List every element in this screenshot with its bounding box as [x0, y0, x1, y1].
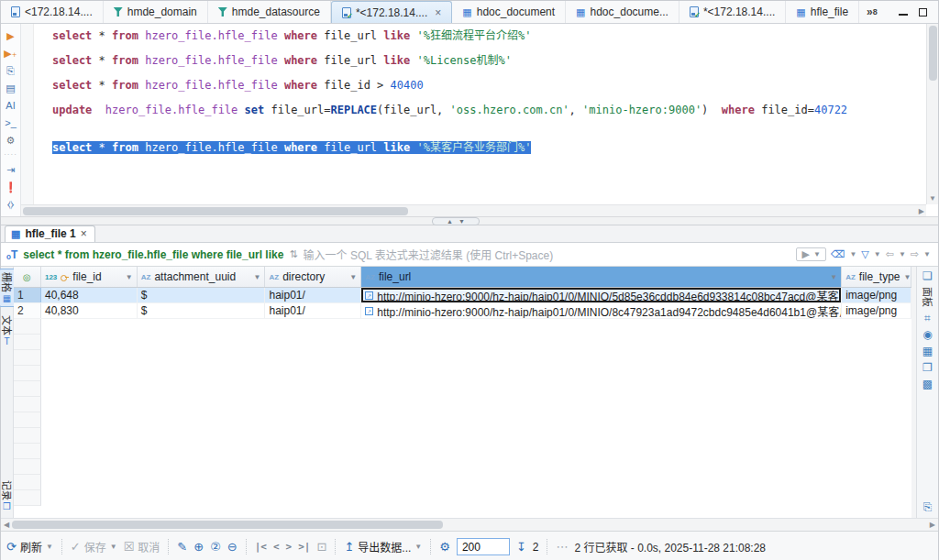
refresh-button[interactable]: ⟳ 刷新 ▼	[6, 539, 53, 555]
clear-filter-icon[interactable]: ⌫	[831, 249, 845, 259]
chevron-down-icon[interactable]: ▼	[813, 250, 821, 258]
tab-1721814[interactable]: *<172.18.14....	[679, 1, 786, 23]
results-tab-hfle-file[interactable]: ▦ hfle_file 1 ×	[5, 225, 95, 242]
history-forward-icon[interactable]: ⇨	[911, 249, 919, 259]
editor-results-splitter[interactable]: ▲▼	[1, 216, 938, 225]
editor-horizontal-scrollbar[interactable]: ▶	[21, 204, 926, 216]
explain-plan-icon[interactable]: ▤	[3, 81, 19, 95]
editor-settings-icon[interactable]: ⚙	[3, 133, 19, 148]
sort-dropdown-icon[interactable]: ▼	[349, 273, 357, 281]
cell-attachment_uuid[interactable]: $	[138, 303, 266, 318]
grid-horizontal-scrollbar[interactable]: ◀ ▶	[1, 518, 938, 531]
url-link-icon[interactable]: ↗	[365, 307, 373, 315]
column-header-file_id[interactable]: 123file_id▼	[41, 267, 138, 287]
next-row-button[interactable]: >	[286, 541, 293, 553]
presentation-tab-文本[interactable]: 文本T	[0, 313, 15, 349]
tab-1721814[interactable]: <172.18.14....	[1, 1, 104, 23]
minimize-icon[interactable]	[899, 8, 908, 16]
execute-sql-new-tab-icon[interactable]: ▶₊	[3, 46, 19, 60]
edit-cell-button[interactable]: ✎	[177, 541, 187, 553]
sort-dropdown-icon[interactable]: ▼	[254, 273, 261, 281]
presentation-tab-记录[interactable]: 记录❒	[0, 478, 15, 514]
sort-dropdown-icon[interactable]: ▼	[126, 273, 133, 281]
cell-directory[interactable]: haip01/	[265, 303, 361, 318]
ai-assistant-icon[interactable]: AI	[3, 98, 19, 113]
chevron-down-icon[interactable]: ▼	[923, 250, 931, 258]
collapse-down-icon[interactable]: ▼	[458, 218, 465, 225]
table-row[interactable]: 240,830$haip01/↗http://minio-hzero:9000/…	[14, 303, 911, 319]
close-icon[interactable]: ×	[81, 227, 87, 240]
execute-script-icon[interactable]: ⎘	[3, 63, 19, 78]
panel-grid-icon[interactable]: ❏	[922, 270, 933, 281]
scrollbar-thumb[interactable]	[12, 521, 443, 529]
cell-file_id[interactable]: 40,830	[41, 303, 138, 318]
editor-vertical-scrollbar[interactable]: ▼	[926, 24, 938, 204]
apply-filter-icon[interactable]: ▶	[801, 249, 809, 259]
filter-query-text[interactable]: select * from hzero_file.hfle_file where…	[23, 248, 283, 261]
column-header-file_type[interactable]: AZfile_type▼	[842, 267, 911, 287]
sql-editor-text[interactable]: select * from hzero_file.hfle_file where…	[34, 24, 938, 216]
value-viewer-icon[interactable]: ◉	[922, 329, 932, 340]
fetch-settings-gear-icon[interactable]: ⚙	[439, 541, 450, 553]
column-header-file_url[interactable]: AZfile_url▼	[361, 267, 842, 287]
more-icon[interactable]: ⋯	[556, 541, 568, 553]
chevron-down-icon[interactable]: ▼	[899, 250, 906, 258]
scroll-right-icon[interactable]: ▶	[927, 521, 938, 529]
chevron-down-icon[interactable]: ▼	[849, 250, 856, 258]
problems-icon[interactable]: ❗	[3, 180, 19, 194]
cell-file_url[interactable]: ↗http://minio-hzero:9000/hz-haip/haip01/…	[361, 288, 842, 302]
column-header-attachment_uuid[interactable]: AZattachment_uuid▼	[138, 267, 266, 287]
scrollbar-thumb[interactable]	[929, 26, 937, 81]
tab-1721814[interactable]: *<172.18.14....×	[331, 1, 452, 23]
focus-row-button[interactable]: ⊡	[316, 541, 326, 553]
cancel-button[interactable]: ☒ 取消	[124, 539, 160, 555]
references-panel-icon[interactable]: ▩	[922, 379, 933, 390]
tab-hmde_domain[interactable]: hmde_domain	[104, 1, 208, 23]
cell-directory[interactable]: haip01/	[265, 288, 361, 302]
cell-file_url[interactable]: ↗http://minio-hzero:9000/hz-haip/haip01/…	[361, 303, 842, 318]
sql-templates-icon[interactable]: ⧼⧽	[3, 197, 19, 212]
fetch-size-input[interactable]	[457, 538, 510, 555]
tab-hmde_datasource[interactable]: hmde_datasource	[208, 1, 331, 23]
tab-hfle_file[interactable]: ▦hfle_file	[786, 1, 859, 23]
layout-icon[interactable]: ⎘	[923, 501, 933, 512]
delete-row-button[interactable]: ⊖	[227, 541, 238, 553]
collapse-up-icon[interactable]: ▲	[447, 218, 453, 225]
chevron-down-icon[interactable]: ▼	[414, 543, 422, 551]
table-row[interactable]: 140,648$haip01/↗http://minio-hzero:9000/…	[14, 288, 911, 303]
tab-overflow-button[interactable]: »8	[859, 1, 885, 23]
metadata-panel-icon[interactable]: ▦	[922, 346, 933, 357]
expand-filter-icon[interactable]: ⇅	[289, 248, 297, 260]
cell-file_id[interactable]: 40,648	[41, 288, 138, 302]
add-row-button[interactable]: ⊕	[193, 541, 204, 553]
splitter-handle[interactable]: ▲▼	[432, 217, 480, 225]
load-sql-script-icon[interactable]: ⇥	[3, 162, 19, 177]
tab-hdoc_docume[interactable]: ▦hdoc_docume...	[566, 1, 679, 23]
last-row-button[interactable]: >|	[298, 541, 310, 553]
previous-row-button[interactable]: <	[273, 541, 280, 553]
scroll-left-icon[interactable]: ◀	[1, 521, 12, 529]
tab-hdoc_document[interactable]: ▦hdoc_document	[452, 1, 566, 23]
url-link-icon[interactable]: ↗	[365, 291, 373, 300]
scroll-down-icon[interactable]: ▼	[929, 194, 936, 204]
execute-sql-icon[interactable]: ▶	[3, 28, 19, 43]
scrollbar-thumb[interactable]	[23, 207, 408, 215]
history-back-icon[interactable]: ⇦	[886, 249, 894, 259]
sql-console-icon[interactable]: >_	[3, 115, 19, 130]
sort-dropdown-icon[interactable]: ▼	[904, 273, 911, 281]
export-data-button[interactable]: ↥ 导出数据... ▼	[344, 539, 422, 555]
close-icon[interactable]: ×	[435, 6, 441, 19]
scroll-right-icon[interactable]: ▶	[919, 207, 926, 215]
maximize-icon[interactable]	[919, 8, 927, 16]
chevron-down-icon[interactable]: ▼	[874, 250, 881, 258]
chevron-down-icon[interactable]: ▼	[110, 543, 117, 551]
cell-attachment_uuid[interactable]: $	[138, 288, 266, 302]
duplicate-row-button[interactable]: ②	[210, 541, 221, 553]
custom-filters-icon[interactable]: ▽	[861, 249, 868, 259]
first-row-button[interactable]: |<	[255, 541, 267, 553]
filter-input[interactable]: 输入一个 SQL 表达式来过滤结果 (使用 Ctrl+Space)	[304, 247, 791, 262]
cell-file_type[interactable]: image/png	[842, 303, 911, 318]
column-header-directory[interactable]: AZdirectory▼	[265, 267, 361, 287]
sort-dropdown-icon[interactable]: ▼	[830, 273, 837, 281]
cell-file_type[interactable]: image/png	[842, 288, 911, 302]
